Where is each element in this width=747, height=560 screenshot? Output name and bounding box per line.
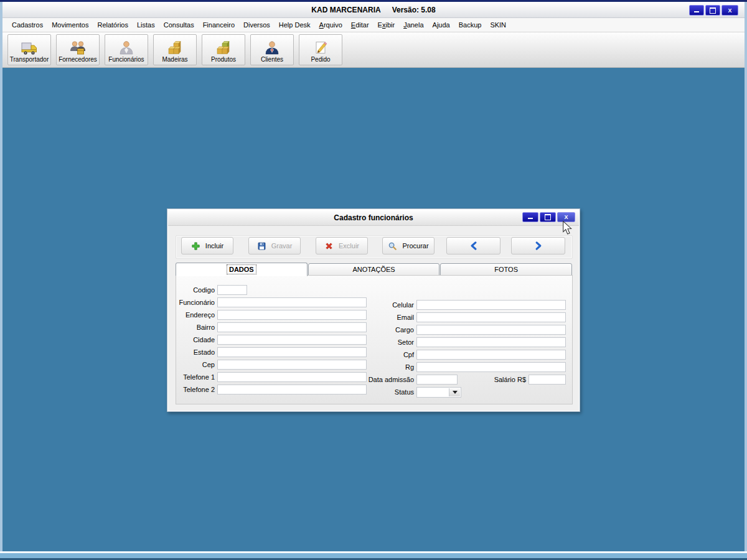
procurar-button[interactable]: Procurar [382, 237, 435, 254]
window-frame-top [0, 0, 747, 2]
suppliers-icon [68, 40, 87, 55]
chevron-right-icon [533, 241, 543, 251]
menu-editar[interactable]: Editar [347, 18, 374, 32]
toolbar-fornecedores-button[interactable]: Fornecedores [56, 34, 100, 65]
toolbar-clientes-button[interactable]: Clientes [250, 34, 294, 65]
bairro-label: Bairro [170, 322, 215, 332]
floppy-icon [257, 241, 266, 251]
codigo-label: Codigo [170, 285, 215, 295]
order-pencil-icon [311, 40, 330, 55]
menu-helpdesk[interactable]: Help Desk [275, 18, 315, 32]
data-admissao-label: Data admissão [354, 375, 414, 385]
toolbar-produtos-button[interactable]: Produtos [202, 34, 245, 65]
chevron-left-icon [469, 241, 479, 251]
toolbar-funcionarios-button[interactable]: Funcionários [105, 34, 148, 65]
close-button[interactable]: X [721, 5, 738, 16]
minimize-button[interactable] [689, 5, 704, 16]
telefone1-label: Telefone 1 [170, 372, 215, 382]
truck-icon [20, 40, 39, 55]
magnifier-icon [388, 241, 397, 251]
menu-relatorios[interactable]: Relatórios [93, 18, 133, 32]
status-dropdown-button[interactable] [449, 388, 460, 396]
close-icon: X [564, 214, 568, 220]
toolbar-label: Madeiras [162, 56, 187, 63]
cpf-label: Cpf [354, 350, 414, 360]
procurar-label: Procurar [402, 242, 428, 250]
menu-backup[interactable]: Backup [454, 18, 486, 32]
dialog-maximize-button[interactable] [540, 212, 556, 222]
salario-input[interactable] [529, 375, 566, 385]
menu-movimentos[interactable]: Movimentos [47, 18, 93, 32]
toolbar-label: Fornecedores [59, 56, 97, 63]
estado-label: Estado [170, 347, 215, 357]
main-toolbar: Transportador Fornecedores Funcionários [2, 32, 745, 68]
menu-cadastros[interactable]: Cadastros [7, 18, 47, 32]
cep-label: Cep [170, 360, 215, 370]
chevron-down-icon [453, 391, 458, 394]
incluir-button[interactable]: Incluir [181, 237, 233, 254]
menu-listas[interactable]: Listas [133, 18, 159, 32]
rg-input[interactable] [416, 362, 566, 372]
email-label: Email [354, 312, 414, 322]
next-record-button[interactable] [511, 237, 565, 254]
cidade-input[interactable] [217, 335, 367, 345]
menu-ajuda[interactable]: Ajuda [428, 18, 454, 32]
main-titlebar: KAD MARCENARIA Versão: 5.08 X [2, 2, 745, 18]
funcionario-label: Funcionário [170, 297, 215, 307]
menu-skin[interactable]: SKIN [486, 18, 510, 32]
cep-input[interactable] [217, 360, 367, 370]
menu-financeiro[interactable]: Financeiro [199, 18, 239, 32]
toolbar-transportador-button[interactable]: Transportador [7, 34, 51, 65]
dialog-titlebar[interactable]: Cadastro funcionários [168, 210, 579, 226]
cadastro-funcionarios-dialog: Cadastro funcionários X Incluir Gravar [167, 208, 580, 412]
previous-record-button[interactable] [446, 237, 500, 254]
tab-anotacoes[interactable]: ANOTAÇÕES [308, 263, 440, 276]
cargo-input[interactable] [416, 325, 566, 335]
employee-icon [117, 40, 136, 55]
toolbar-madeiras-button[interactable]: Madeiras [153, 34, 197, 65]
setor-input[interactable] [416, 337, 566, 347]
data-admissao-input[interactable] [416, 375, 458, 385]
codigo-input[interactable] [217, 285, 247, 295]
dialog-title: Cadastro funcionários [334, 213, 413, 222]
menu-janela[interactable]: Janela [399, 18, 428, 32]
plus-icon [191, 241, 200, 251]
client-person-icon [263, 40, 281, 55]
toolbar-label: Produtos [211, 56, 236, 63]
setor-label: Setor [354, 337, 414, 347]
tab-fotos[interactable]: FOTOS [440, 263, 572, 276]
endereco-label: Endereço [170, 310, 215, 320]
window-frame-left [0, 2, 2, 551]
gravar-label: Gravar [271, 242, 293, 250]
gravar-button[interactable]: Gravar [248, 237, 301, 254]
maximize-icon [545, 214, 551, 220]
menu-arquivo[interactable]: Arquivo [315, 18, 347, 32]
tab-dados[interactable]: DADOS [176, 263, 308, 276]
window-frame-bottom [0, 553, 747, 558]
cargo-label: Cargo [354, 325, 414, 335]
app-title: KAD MARCENARIA [311, 6, 380, 14]
bairro-input[interactable] [217, 322, 367, 332]
cpf-input[interactable] [416, 350, 566, 360]
estado-input[interactable] [217, 347, 367, 357]
celular-input[interactable] [416, 300, 566, 310]
window-frame-right [745, 2, 747, 551]
toolbar-label: Clientes [261, 56, 283, 63]
email-input[interactable] [416, 312, 566, 322]
menu-exibir[interactable]: Exibir [374, 18, 400, 32]
menu-diversos[interactable]: Diversos [239, 18, 275, 32]
dialog-minimize-button[interactable] [522, 212, 538, 222]
toolbar-label: Pedido [311, 56, 330, 63]
mouse-cursor [562, 221, 573, 235]
funcionario-input[interactable] [217, 297, 367, 307]
status-combobox[interactable] [416, 387, 461, 398]
endereco-input[interactable] [217, 310, 367, 320]
telefone2-input[interactable] [217, 385, 367, 394]
menu-consultas[interactable]: Consultas [159, 18, 199, 32]
telefone1-input[interactable] [217, 372, 367, 382]
toolbar-pedido-button[interactable]: Pedido [299, 34, 342, 65]
excluir-button[interactable]: Excluir [316, 237, 368, 254]
maximize-button[interactable] [705, 5, 720, 16]
salario-label: Salário R$ [479, 375, 526, 385]
mdi-workspace: Cadastro funcionários X Incluir Gravar [2, 68, 745, 553]
